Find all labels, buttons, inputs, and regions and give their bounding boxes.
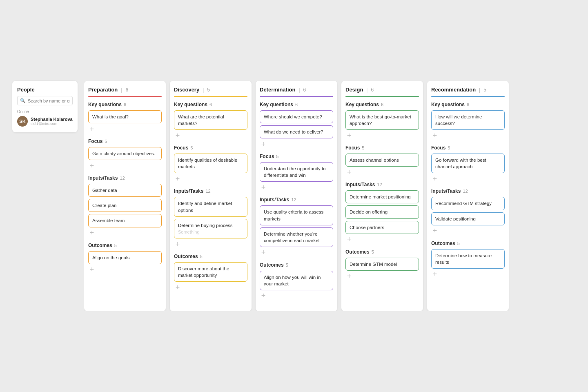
add-card-button[interactable]: + — [345, 132, 353, 139]
add-card-button[interactable]: + — [345, 273, 353, 280]
section-preparation-3: Outcomes5Align on the goals+ — [88, 243, 162, 274]
add-card-button[interactable]: + — [88, 125, 96, 133]
column-line-discovery — [174, 96, 247, 97]
main-wrapper: People 🔍 Online SK Stephania Kolarova sk… — [0, 65, 588, 327]
card[interactable]: Align on how you will win in your market — [260, 271, 333, 290]
add-card-button[interactable]: + — [174, 132, 181, 139]
section-header: Focus5 — [345, 145, 419, 151]
section-header: Key questions6 — [431, 102, 505, 107]
card[interactable]: Determine how to measure results — [431, 249, 505, 269]
column-title: Discovery — [174, 87, 199, 93]
add-card-button[interactable]: + — [345, 236, 353, 243]
card[interactable]: Align on the goals — [88, 251, 162, 264]
section-recommendation-0: Key questions6How will we determine succ… — [431, 102, 505, 139]
avatar: SK — [17, 116, 28, 127]
column-header-design: Design|6 — [345, 87, 419, 93]
card[interactable]: Use quality criteria to assess markets — [260, 205, 333, 225]
search-icon: 🔍 — [20, 98, 26, 103]
add-card-button[interactable]: + — [174, 241, 181, 248]
card[interactable]: Decide on offering — [345, 205, 419, 218]
add-card-button[interactable]: + — [431, 271, 439, 278]
search-box[interactable]: 🔍 — [17, 96, 73, 105]
section-preparation-2: Inputs/Tasks12Gather dataCreate planAsse… — [88, 175, 162, 236]
section-header: Inputs/Tasks12 — [260, 197, 333, 203]
card[interactable]: Assemble team — [88, 214, 162, 227]
add-card-button[interactable]: + — [431, 227, 439, 235]
section-header: Inputs/Tasks12 — [88, 175, 162, 181]
card[interactable]: Discover more about the market opportuni… — [174, 262, 247, 282]
section-discovery-1: Focus5Identify qualities of desirable ma… — [174, 145, 247, 183]
add-card-button[interactable]: + — [88, 266, 96, 274]
add-card-button[interactable]: + — [431, 132, 439, 139]
section-header: Inputs/Tasks12 — [174, 188, 247, 194]
column-line-design — [345, 96, 419, 97]
search-input[interactable] — [28, 98, 70, 103]
section-design-3: Outcomes5Determine GTM model+ — [345, 249, 419, 280]
online-label: Online — [17, 109, 73, 114]
add-card-button[interactable]: + — [260, 184, 267, 191]
section-header: Key questions6 — [88, 102, 162, 107]
section-header: Outcomes5 — [260, 262, 333, 268]
column-header-recommendation: Recommendation|5 — [431, 87, 505, 93]
card[interactable]: Identify and define market options — [174, 197, 247, 216]
add-card-button[interactable]: + — [174, 284, 181, 291]
section-header: Key questions6 — [345, 102, 419, 107]
add-card-button[interactable]: + — [260, 249, 267, 256]
card[interactable]: Determine market positioning — [345, 190, 419, 203]
card[interactable]: Create plan — [88, 199, 162, 212]
add-card-button[interactable]: + — [345, 169, 353, 176]
column-line-preparation — [88, 96, 162, 97]
user-email: sk21@miro.com — [31, 122, 73, 126]
user-row: SK Stephania Kolarova sk21@miro.com — [17, 116, 73, 127]
section-determination-1: Focus5Understand the opportunity to diff… — [260, 154, 333, 191]
section-design-1: Focus5Assess channel options+ — [345, 145, 419, 176]
sidebar: People 🔍 Online SK Stephania Kolarova sk… — [12, 81, 78, 132]
add-card-button[interactable]: + — [431, 175, 439, 183]
add-card-button[interactable]: + — [174, 175, 181, 183]
section-determination-3: Outcomes5Align on how you will win in yo… — [260, 262, 333, 300]
section-header: Key questions6 — [174, 102, 247, 107]
card[interactable]: Determine whether you're competitive in … — [260, 227, 333, 247]
add-card-button[interactable]: + — [88, 229, 96, 237]
card[interactable]: Recommend GTM strategy — [431, 197, 505, 210]
add-card-button[interactable]: + — [260, 140, 267, 148]
add-card-button[interactable]: + — [88, 162, 96, 169]
column-line-determination — [260, 96, 333, 97]
section-design-2: Inputs/Tasks12Determine market positioni… — [345, 182, 419, 243]
column-title: Design — [345, 87, 363, 93]
add-card-button[interactable]: + — [260, 292, 267, 300]
card[interactable]: Gain clarity around objectives. — [88, 147, 162, 160]
column-title: Preparation — [88, 87, 118, 93]
card[interactable]: Where should we compete? — [260, 110, 333, 123]
section-determination-0: Key questions6Where should we compete?Wh… — [260, 102, 333, 148]
section-discovery-2: Inputs/Tasks12Identify and define market… — [174, 188, 247, 248]
card[interactable]: How will we determine success? — [431, 110, 505, 130]
section-header: Outcomes5 — [345, 249, 419, 255]
board: Preparation|6Key questions6What is the g… — [84, 81, 576, 311]
column-header-discovery: Discovery|5 — [174, 87, 247, 93]
column-preparation: Preparation|6Key questions6What is the g… — [84, 81, 166, 311]
column-title: Determination — [260, 87, 295, 93]
card[interactable]: Go forward with the best channel approac… — [431, 154, 505, 173]
section-recommendation-1: Focus5Go forward with the best channel a… — [431, 145, 505, 183]
section-header: Focus5 — [88, 138, 162, 144]
card[interactable]: What is the best go-to-market approach? — [345, 110, 419, 130]
card[interactable]: Identify qualities of desirable markets — [174, 154, 247, 173]
column-title: Recommendation — [431, 87, 476, 93]
card[interactable]: Validate positioning — [431, 212, 505, 225]
column-recommendation: Recommendation|5Key questions6How will w… — [427, 81, 509, 311]
card[interactable]: Gather data — [88, 184, 162, 197]
section-recommendation-2: Inputs/Tasks12Recommend GTM strategyVali… — [431, 188, 505, 234]
card[interactable]: What are the potential markets? — [174, 110, 247, 130]
card[interactable]: Determine buying process Something — [174, 219, 247, 238]
card[interactable]: Choose partners — [345, 221, 419, 234]
section-header: Key questions6 — [260, 102, 333, 107]
card[interactable]: What is the goal? — [88, 110, 162, 123]
section-header: Inputs/Tasks12 — [345, 182, 419, 187]
card[interactable]: Determine GTM model — [345, 258, 419, 271]
card[interactable]: Assess channel options — [345, 154, 419, 167]
section-discovery-0: Key questions6What are the potential mar… — [174, 102, 247, 139]
card[interactable]: Understand the opportunity to differenti… — [260, 162, 333, 182]
card[interactable]: What do we need to deliver? — [260, 125, 333, 138]
section-preparation-0: Key questions6What is the goal?+ — [88, 102, 162, 133]
